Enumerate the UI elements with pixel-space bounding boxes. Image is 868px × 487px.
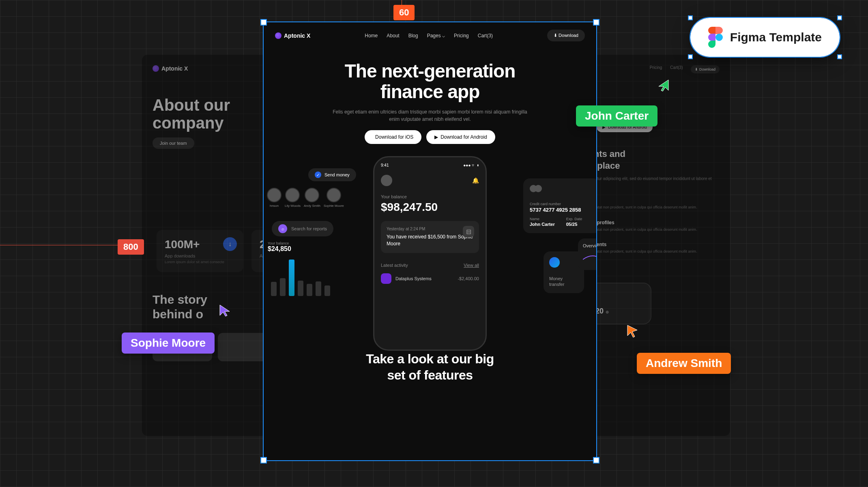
nav-about[interactable]: About (387, 33, 399, 39)
cursor-andrew (627, 324, 639, 338)
main-nav: Aptonic X Home About Blog Pages ⌵ Pricin… (264, 22, 596, 49)
hero-subtitle: Felis eget etiam enim ultricies diam tri… (333, 108, 527, 123)
search-icon: ⌕ (278, 224, 287, 233)
mastercard-icon (530, 185, 594, 192)
signal-icon: ●●● ᯤ ▮ (463, 163, 479, 167)
features-title: Take a look at our bigset of features (264, 351, 596, 383)
bell-icon: 🔔 (472, 177, 479, 184)
phone-mockup-area: ✓Send money hnson Lily Woods Andy Smith … (264, 156, 596, 351)
latest-activity-label: Latest activity (381, 263, 408, 268)
nav-links: Home About Blog Pages ⌵ Pricing Cart(3) (365, 33, 493, 39)
avatar (267, 188, 281, 202)
download-ios-button[interactable]: Download for iOS (365, 130, 421, 144)
logo-icon (275, 32, 281, 39)
credit-card: Credit card number 5737 4277 4925 2858 N… (523, 178, 596, 233)
phone-mockup: 9:41●●● ᯤ ▮ 🔔 Your balance $98,247.50 Ye… (373, 156, 487, 351)
search-reports: ⌕Search for reports (272, 221, 333, 236)
avatar (381, 175, 392, 186)
main-frame[interactable]: Aptonic X Home About Blog Pages ⌵ Pricin… (264, 22, 596, 460)
overview-card: Overview (578, 238, 596, 270)
transaction-card: Yesterday at 2:24 PM You have received $… (381, 221, 479, 253)
figma-badge-text: Figma Template (730, 30, 822, 44)
logo-icon (153, 65, 159, 72)
card-icon: ⊟ (463, 226, 474, 237)
nav-cart[interactable]: Cart(3) (478, 33, 493, 39)
avatars-row: hnson Lily Woods Andy Smith Sophie Moore (267, 188, 344, 208)
cursor-tag-sophie: Sophie Moore (122, 333, 215, 354)
figma-logo-icon (708, 27, 723, 48)
transfer-icon (549, 257, 560, 268)
guide-horizontal (0, 245, 122, 245)
avatar (305, 188, 319, 202)
figma-template-badge[interactable]: Figma Template (690, 18, 840, 57)
avatar (327, 188, 341, 202)
join-team-button[interactable]: Join our team (153, 137, 194, 149)
send-money-pill: ✓Send money (308, 168, 356, 181)
stat-card-downloads: 100M+ App downloads Lorem ipsum dolor si… (157, 230, 243, 272)
view-all-link[interactable]: View all (464, 263, 479, 268)
phone-status-bar: 9:41●●● ᯤ ▮ (381, 163, 479, 167)
check-icon: ✓ (315, 172, 321, 178)
brand-logo[interactable]: Aptonic X (275, 32, 310, 39)
balance-value: $98,247.50 (381, 201, 479, 214)
hero-title: The next-generationfinance app (280, 61, 580, 102)
cursor-sophie (219, 304, 231, 318)
ruler-badge-left: 800 (118, 239, 144, 255)
download-android-button[interactable]: ▶Download for Android (426, 130, 495, 144)
avatar (285, 188, 300, 202)
cursor-tag-john: John Carter (576, 105, 657, 127)
nav-blog[interactable]: Blog (408, 33, 418, 39)
hero: The next-generationfinance app Felis ege… (264, 49, 596, 144)
cursor-john (657, 79, 669, 93)
nav-pages[interactable]: Pages ⌵ (427, 33, 445, 39)
sparkline-icon (583, 251, 596, 264)
download-circle-icon: ↓ (223, 237, 237, 251)
nav-pricing[interactable]: Pricing (454, 33, 469, 39)
ruler-badge-top: 60 (393, 5, 415, 20)
activity-icon (381, 273, 391, 284)
mini-balance: Your balance $24,850 (268, 241, 291, 253)
download-button[interactable]: ⬇ Download (547, 30, 585, 41)
bar-chart (271, 255, 330, 296)
play-icon: ▶ (434, 134, 438, 140)
nav-home[interactable]: Home (365, 33, 378, 39)
balance-label: Your balance (381, 194, 479, 199)
activity-row: Dataplus Systems -$2,400.00 (381, 273, 479, 284)
cursor-tag-andrew: Andrew Smith (637, 353, 731, 374)
